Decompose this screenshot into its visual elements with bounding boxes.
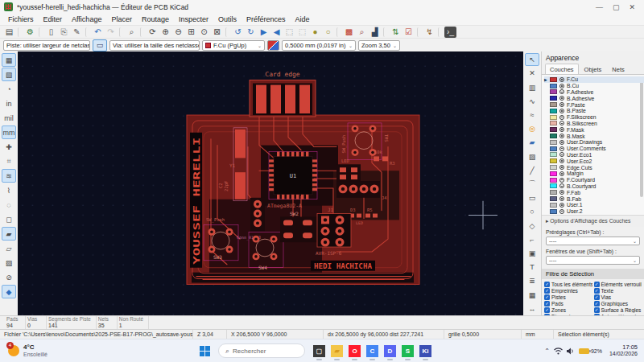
sep[interactable] [18,27,22,37]
j4-header[interactable]: J4 [336,181,387,200]
layer-visibility-eye-icon[interactable] [559,84,564,88]
group-button[interactable]: ⬚ [283,27,295,38]
sep[interactable] [336,27,341,37]
zoom-dropdown[interactable]: Zoom 3,50 ⌄ [358,40,400,51]
layer-visibility-eye-icon[interactable] [559,146,564,151]
selection-filter-item[interactable]: ✓ Graphiques [594,301,642,306]
layer-row[interactable]: ▶ User.Comments [544,146,644,152]
undo-button[interactable]: ↶ [92,27,104,38]
appearance-tab[interactable]: Objets [580,64,607,74]
menu-item[interactable]: Affichage [67,14,106,24]
layer-row[interactable]: ▶ F.Fab [544,189,644,195]
zoom-fit-button[interactable]: ⊞ [185,27,197,38]
minimize-button[interactable]: — [596,3,603,11]
track-width-dropdown[interactable]: Piste: utiliser largeur de netclasse ⌄ [3,40,90,51]
cursor-shape-button[interactable]: ✚ [2,140,16,154]
selection-filter-item[interactable]: ✓ Pads [544,301,592,306]
layer-color-swatch[interactable] [550,152,557,157]
selection-filter-item[interactable]: ✓ Pistes [544,294,592,300]
ungroup-button[interactable]: ⬚ [296,27,308,38]
find-button[interactable]: ⌕ [126,27,138,38]
sep[interactable] [39,27,43,37]
weather-widget[interactable]: 4 4°C Ensoleillé [8,343,113,357]
viewports-dropdown[interactable]: ----⌄ [546,256,640,265]
pcb-canvas[interactable]: Card edge YOUSSEF HERELLI Y1 C2 22pF [18,51,523,315]
zoom-objects-button[interactable]: ⊙ [198,27,210,38]
sep[interactable] [383,27,387,37]
via-tool[interactable]: ◎ [525,122,539,135]
layer-row[interactable]: ▶ F.Mask [544,126,644,133]
selection-filter-item[interactable]: ✓ Empreintes [544,288,592,294]
layer-visibility-eye-icon[interactable] [559,140,564,145]
maximize-button[interactable]: ▢ [613,3,620,11]
battery-indicator[interactable]: 92% [579,348,602,354]
checkbox-checked-icon[interactable]: ✓ [544,301,550,306]
rotate-ccw-button[interactable]: ↺ [232,27,244,38]
update-pcb-button[interactable]: ⇅ [390,27,402,38]
layer-visibility-eye-icon[interactable] [559,171,564,176]
sep[interactable] [417,27,421,37]
footprint-browser-button[interactable]: ⌕ [356,27,368,38]
layer-color-swatch[interactable] [550,165,557,170]
taskbar-app-window[interactable]: ▢ [313,345,325,357]
image-tool[interactable]: ▣ [525,247,539,260]
checkbox-checked-icon[interactable]: ✓ [594,294,600,300]
layer-visibility-eye-icon[interactable] [559,134,564,138]
layer-row[interactable]: ▶ B.Fab [544,195,644,202]
layer-visibility-eye-icon[interactable] [559,102,564,107]
layer-color-swatch[interactable] [550,121,557,125]
scripting-console-button[interactable]: ›_ [444,27,456,38]
rectangle-tool[interactable]: ▭ [525,191,539,204]
layer-visibility-eye-icon[interactable] [559,158,564,163]
polar-coordinates-button[interactable]: ◔ [2,82,16,96]
layer-row[interactable]: ▶ User.Eco2 [544,158,644,164]
layer-color-swatch[interactable] [550,190,557,195]
grid-size-dropdown[interactable]: 0,5000 mm (0,0197 in) ⌄ [282,40,356,51]
layer-visibility-eye-icon[interactable] [559,152,564,157]
layer-color-swatch[interactable] [550,77,557,82]
via-outline-mode-button[interactable]: ◌ [2,198,16,212]
zone-tool[interactable]: ▰ [525,136,539,149]
checkbox-checked-icon[interactable]: ✓ [544,307,550,313]
layer-visibility-eye-icon[interactable] [559,196,564,201]
table-tool[interactable]: ▦ [525,288,539,301]
layer-visibility-eye-icon[interactable] [559,190,564,195]
footprint-tool[interactable]: ▥ [525,80,539,93]
layer-visibility-eye-icon[interactable] [559,77,564,82]
layer-visibility-eye-icon[interactable] [559,203,564,208]
ratsnest-hidden-button[interactable]: ⊘ [2,270,16,284]
layer-color-swatch[interactable] [550,84,557,88]
checkbox-checked-icon[interactable]: ✓ [594,288,600,294]
track-outline-mode-button[interactable]: ⌇ [2,183,16,197]
curved-ratsnest-button[interactable]: ≋ [2,169,16,183]
units-mm-button[interactable]: mm [2,125,16,139]
taskbar-file-explorer[interactable]: ▰ [331,345,343,357]
layer-color-swatch[interactable] [550,134,557,138]
layer-pair-icon[interactable] [267,40,279,51]
layer-row[interactable]: ▶ F.Cu [544,76,644,83]
presets-dropdown[interactable]: ----⌄ [546,237,640,245]
drc-button[interactable]: ☑ [402,27,415,38]
taskbar-opera[interactable]: O [349,345,361,357]
layer-color-swatch[interactable] [550,102,557,107]
layer-visibility-eye-icon[interactable] [559,115,564,120]
layer-color-swatch[interactable] [550,178,557,183]
text-tool[interactable]: T [525,261,539,274]
appearance-tab[interactable]: Couches [545,64,579,74]
layer-row[interactable]: ▶ B.Cu [544,83,644,89]
router-settings-button[interactable]: ↯ [423,27,436,38]
layer-color-swatch[interactable] [550,196,557,201]
layer-row[interactable]: ▶ B.Mask [544,133,644,139]
units-mils-button[interactable]: mil [2,111,16,125]
layer-color-swatch[interactable] [550,89,557,94]
board-setup-button[interactable]: ⚙ [24,27,36,38]
save-button[interactable]: ▤ [3,27,15,38]
layer-color-swatch[interactable] [550,203,557,208]
layer-color-swatch[interactable] [550,127,557,132]
layer-color-swatch[interactable] [550,209,557,214]
circle-tool[interactable]: ○ [525,205,539,218]
sep[interactable] [85,27,89,37]
taskbar-spotify[interactable]: S [402,345,414,357]
taskbar-clock[interactable]: 17:05 14/02/2026 [609,343,638,357]
layer-row[interactable]: ▶ F.Silkscreen [544,114,644,121]
